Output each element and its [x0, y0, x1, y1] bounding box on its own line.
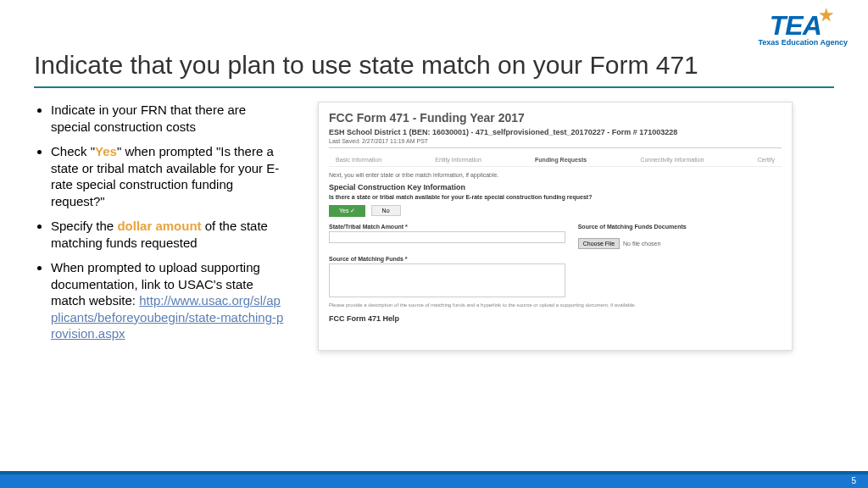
form-tabs: Basic Information Entity Information Fun…: [329, 153, 782, 167]
title-divider: [34, 86, 834, 88]
tab-certify[interactable]: Certify: [758, 157, 775, 163]
form-screenshot: FCC Form 471 - Funding Year 2017 ESH Sch…: [318, 102, 793, 351]
yes-no-row: Yes ✓ No: [329, 205, 782, 217]
tab-funding[interactable]: Funding Requests: [535, 157, 587, 163]
choose-file-button[interactable]: Choose File: [578, 238, 620, 249]
source-hint: Please provide a description of the sour…: [329, 302, 782, 308]
content-area: Indicate in your FRN that there are spec…: [34, 102, 793, 351]
bullet-4: When prompted to upload supporting docum…: [51, 259, 284, 342]
footer-bar: 5: [0, 471, 868, 488]
tea-logo: TEA Texas Education Agency: [758, 10, 848, 47]
no-button[interactable]: No: [371, 205, 401, 216]
form-note: Next, you will enter state or tribe matc…: [329, 172, 782, 178]
tab-connectivity[interactable]: Connectivity Information: [640, 157, 704, 163]
logo-text: TEA: [770, 10, 821, 41]
logo-subtitle: Texas Education Agency: [758, 38, 848, 47]
no-file-text: No file chosen: [623, 241, 660, 247]
bullet-2: Check "Yes" when prompted "Is there a st…: [51, 143, 284, 209]
bullet-3: Specify the dollar amount of the state m…: [51, 218, 284, 251]
highlight-yes: Yes: [95, 144, 117, 158]
bullet-1: Indicate in your FRN that there are spec…: [51, 102, 284, 135]
form-subtitle: ESH School District 1 (BEN: 16030001) - …: [329, 128, 782, 136]
tab-basic[interactable]: Basic Information: [336, 157, 381, 163]
amount-input[interactable]: [329, 231, 565, 243]
form-title: FCC Form 471 - Funding Year 2017: [329, 111, 782, 125]
highlight-dollar: dollar amount: [117, 219, 201, 233]
help-heading: FCC Form 471 Help: [329, 314, 782, 323]
source-label: Source of Matching Funds *: [329, 256, 578, 262]
section-heading: Special Construction Key Information: [329, 183, 782, 191]
amount-label: State/Tribal Match Amount *: [329, 224, 578, 230]
docs-label: Source of Matching Funds Documents: [578, 224, 782, 230]
last-saved: Last Saved: 2/27/2017 11:19 AM PST: [329, 138, 782, 148]
source-textarea[interactable]: [329, 263, 565, 297]
match-question: Is there a state or tribal match availab…: [329, 194, 782, 200]
tab-entity[interactable]: Entity Information: [435, 157, 481, 163]
bullet-list: Indicate in your FRN that there are spec…: [34, 102, 284, 351]
page-number: 5: [851, 476, 856, 485]
yes-button[interactable]: Yes ✓: [329, 205, 365, 217]
slide-title: Indicate that you plan to use state matc…: [34, 51, 698, 80]
